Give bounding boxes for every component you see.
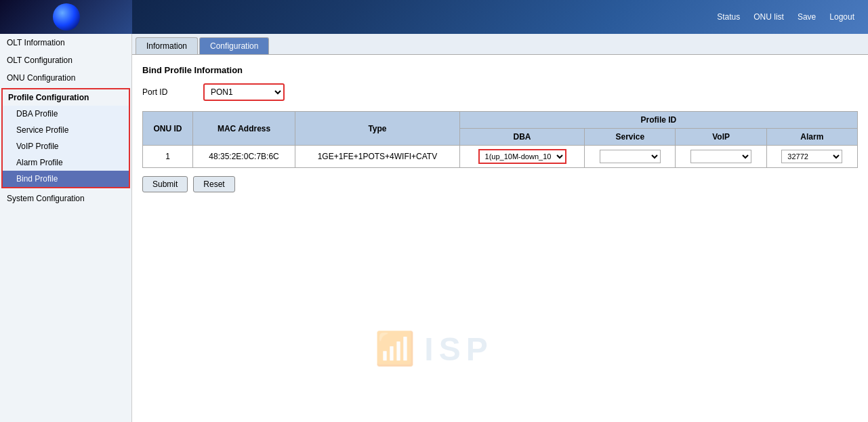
- isp-watermark: 📶 ISP: [375, 330, 493, 368]
- globe-icon: [53, 3, 80, 30]
- logout-link[interactable]: Logout: [829, 12, 854, 22]
- sidebar-item-service-profile[interactable]: Service Profile: [3, 122, 129, 138]
- port-id-row: Port ID PON1 PON2 PON3 PON4: [142, 83, 858, 101]
- col-onu-id: ONU ID: [143, 112, 193, 146]
- sidebar-item-voip-profile[interactable]: VoIP Profile: [3, 138, 129, 154]
- port-id-select[interactable]: PON1 PON2 PON3 PON4: [203, 83, 285, 101]
- main-layout: OLT Information OLT Configuration ONU Co…: [0, 34, 868, 422]
- col-voip: VoIP: [676, 129, 766, 146]
- submit-button[interactable]: Submit: [142, 176, 188, 192]
- table-row: 1 48:35:2E:0C:7B:6C 1GE+1FE+1POTS+4WIFI+…: [143, 146, 858, 168]
- top-nav: Status ONU list Save Logout: [717, 12, 854, 22]
- cell-type: 1GE+1FE+1POTS+4WIFI+CATV: [295, 146, 460, 168]
- col-type: Type: [295, 112, 460, 146]
- page-title: Bind Profile Information: [142, 65, 858, 75]
- status-link[interactable]: Status: [717, 12, 740, 22]
- save-link[interactable]: Save: [798, 12, 816, 22]
- content-area: Bind Profile Information Port ID PON1 PO…: [132, 55, 868, 203]
- sidebar-item-olt-configuration[interactable]: OLT Configuration: [0, 51, 131, 69]
- top-header: Status ONU list Save Logout: [0, 0, 868, 34]
- isp-text: ISP: [424, 331, 493, 368]
- sidebar-item-olt-information[interactable]: OLT Information: [0, 34, 131, 51]
- col-service: Service: [585, 129, 676, 146]
- sidebar: OLT Information OLT Configuration ONU Co…: [0, 34, 132, 422]
- sidebar-item-dba-profile[interactable]: DBA Profile: [3, 106, 129, 122]
- col-dba: DBA: [459, 129, 584, 146]
- tab-information[interactable]: Information: [136, 37, 198, 54]
- button-row: Submit Reset: [142, 176, 858, 192]
- service-select[interactable]: [600, 150, 661, 163]
- cell-mac-address: 48:35:2E:0C:7B:6C: [193, 146, 295, 168]
- profile-configuration-header: Profile Configuration: [3, 89, 129, 106]
- cell-service[interactable]: [585, 146, 676, 168]
- sidebar-item-alarm-profile[interactable]: Alarm Profile: [3, 154, 129, 171]
- col-profile-id: Profile ID: [459, 112, 857, 129]
- logo-area: [0, 0, 132, 34]
- tab-configuration[interactable]: Configuration: [199, 37, 269, 54]
- wifi-icon: 📶: [375, 330, 421, 368]
- onu-list-link[interactable]: ONU list: [753, 12, 784, 22]
- profile-config-group: Profile Configuration DBA Profile Servic…: [1, 88, 130, 188]
- col-alarm: Alarm: [766, 129, 857, 146]
- main-content: Information Configuration Bind Profile I…: [132, 34, 868, 422]
- dba-select[interactable]: 1(up_10M-down_10: [478, 149, 566, 164]
- reset-button[interactable]: Reset: [193, 176, 234, 192]
- cell-voip[interactable]: [676, 146, 766, 168]
- col-mac-address: MAC Address: [193, 112, 295, 146]
- bind-profile-table: ONU ID MAC Address Type Profile ID DBA S…: [142, 111, 858, 168]
- sidebar-item-system-configuration[interactable]: System Configuration: [0, 190, 131, 207]
- sidebar-item-onu-configuration[interactable]: ONU Configuration: [0, 69, 131, 87]
- voip-select[interactable]: [690, 150, 751, 163]
- tabs-bar: Information Configuration: [132, 34, 868, 55]
- cell-dba[interactable]: 1(up_10M-down_10: [459, 146, 584, 168]
- alarm-select[interactable]: 32772: [781, 150, 842, 163]
- cell-alarm[interactable]: 32772: [766, 146, 857, 168]
- cell-onu-id: 1: [143, 146, 193, 168]
- sidebar-item-bind-profile[interactable]: Bind Profile: [3, 171, 129, 187]
- port-id-label: Port ID: [142, 87, 197, 97]
